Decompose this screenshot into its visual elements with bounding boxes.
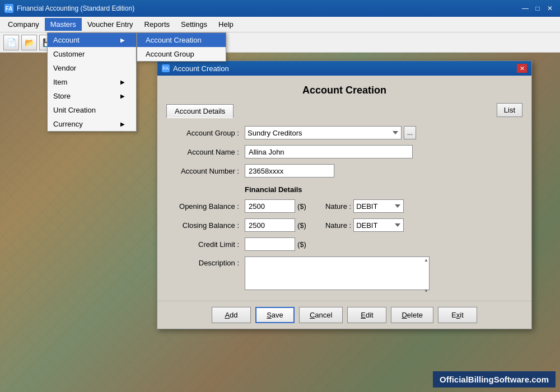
account-details-tab[interactable]: Account Details xyxy=(166,104,234,118)
description-wrapper: ▲ ▼ xyxy=(245,256,430,292)
account-creation-dialog: FA Account Creation ✕ Account Creation A… xyxy=(157,60,532,329)
credit-limit-input[interactable] xyxy=(245,237,295,251)
opening-nature-select[interactable]: DEBIT CREDIT xyxy=(353,199,404,213)
arrow-icon-store: ▶ xyxy=(120,93,125,99)
arrow-icon-currency: ▶ xyxy=(120,121,125,127)
closing-balance-currency: ($) xyxy=(295,221,309,230)
opening-nature-label: Nature : xyxy=(325,202,351,211)
closing-balance-label: Closing Balance : xyxy=(166,221,239,230)
account-submenu: Account Creation Account Group xyxy=(137,32,226,62)
close-button[interactable]: ✕ xyxy=(544,3,556,14)
menu-company[interactable]: Company xyxy=(2,18,45,31)
menu-help[interactable]: Help xyxy=(213,18,239,31)
menu-item-item[interactable]: Item ▶ xyxy=(48,75,136,89)
description-row: Description : ▲ ▼ xyxy=(166,256,522,292)
dialog-title-bar: FA Account Creation ✕ xyxy=(157,61,531,76)
add-button[interactable]: Add xyxy=(212,307,251,323)
maximize-button[interactable]: □ xyxy=(532,3,543,14)
dialog-footer: Add Save Cancel Edit Delete Exit xyxy=(157,301,531,329)
menu-item-unit-creation[interactable]: Unit Creation xyxy=(48,103,136,117)
closing-nature-select[interactable]: DEBIT CREDIT xyxy=(353,218,404,232)
dialog-body: Account Creation Account Details List Ac… xyxy=(157,76,531,301)
financial-details-heading: Financial Details xyxy=(245,185,522,194)
menu-voucher-entry[interactable]: Voucher Entry xyxy=(82,18,139,31)
credit-limit-row: Credit Limit : ($) xyxy=(166,237,522,251)
menu-item-account[interactable]: Account ▶ xyxy=(48,33,136,47)
title-bar: FA Financial Accounting (Standard Editio… xyxy=(0,0,560,17)
dialog-icon: FA xyxy=(162,64,170,72)
account-number-row: Account Number : xyxy=(166,164,522,178)
closing-balance-input[interactable] xyxy=(245,218,295,232)
list-button[interactable]: List xyxy=(497,103,522,117)
minimize-button[interactable]: — xyxy=(520,3,531,14)
opening-balance-label: Opening Balance : xyxy=(166,202,239,211)
masters-dropdown: Account ▶ Customer Vendor Item ▶ Store ▶… xyxy=(47,32,137,132)
app-title: Financial Accounting (Standard Edition) xyxy=(17,4,134,12)
menu-reports[interactable]: Reports xyxy=(139,18,176,31)
opening-balance-input[interactable] xyxy=(245,199,295,213)
app-icon: FA xyxy=(4,4,13,13)
menu-item-customer[interactable]: Customer xyxy=(48,47,136,61)
closing-nature-label: Nature : xyxy=(325,221,351,230)
arrow-icon-item: ▶ xyxy=(120,79,125,85)
description-label: Description : xyxy=(166,256,239,267)
masters-menu: Account ▶ Customer Vendor Item ▶ Store ▶… xyxy=(47,32,137,132)
credit-limit-currency: ($) xyxy=(295,240,309,249)
cancel-button[interactable]: Cancel xyxy=(299,307,343,323)
credit-limit-label: Credit Limit : xyxy=(166,240,239,249)
account-group-label: Account Group : xyxy=(166,129,239,137)
account-name-label: Account Name : xyxy=(166,148,239,156)
arrow-icon: ▶ xyxy=(120,37,125,43)
dialog-close-button[interactable]: ✕ xyxy=(517,64,527,73)
tab-row: Account Details List xyxy=(166,104,522,118)
account-name-input[interactable] xyxy=(245,145,413,158)
account-group-select[interactable]: Sundry Creditors xyxy=(245,126,402,139)
menu-bar: Company Masters Voucher Entry Reports Se… xyxy=(0,17,560,32)
description-textarea[interactable] xyxy=(245,256,430,290)
menu-masters[interactable]: Masters xyxy=(45,18,82,31)
account-group-row: Account Group : Sundry Creditors ... xyxy=(166,126,522,139)
save-button[interactable]: Save xyxy=(255,307,295,323)
toolbar-open[interactable]: 📂 xyxy=(21,35,37,50)
submenu-account-creation[interactable]: Account Creation xyxy=(137,33,226,47)
closing-balance-row: Closing Balance : ($) Nature : DEBIT CRE… xyxy=(166,218,522,232)
account-number-input[interactable] xyxy=(245,164,334,178)
dialog-heading: Account Creation xyxy=(166,85,522,96)
toolbar-new[interactable]: 📄 xyxy=(3,35,19,50)
account-group-ellipsis-button[interactable]: ... xyxy=(404,126,416,139)
exit-button[interactable]: Exit xyxy=(438,307,477,323)
submenu-account-group[interactable]: Account Group xyxy=(137,47,226,61)
opening-balance-currency: ($) xyxy=(295,202,309,211)
menu-item-vendor[interactable]: Vendor xyxy=(48,61,136,75)
account-name-row: Account Name : xyxy=(166,145,522,158)
menu-item-store[interactable]: Store ▶ xyxy=(48,89,136,103)
watermark: OfficialBillingSoftware.com xyxy=(433,371,556,388)
account-group-select-wrapper: Sundry Creditors ... xyxy=(245,126,416,139)
opening-balance-row: Opening Balance : ($) Nature : DEBIT CRE… xyxy=(166,199,522,213)
menu-settings[interactable]: Settings xyxy=(175,18,213,31)
dialog-title: Account Creation xyxy=(173,64,229,73)
delete-button[interactable]: Delete xyxy=(391,307,433,323)
edit-button[interactable]: Edit xyxy=(347,307,386,323)
scrollbar[interactable]: ▲ ▼ xyxy=(424,258,428,293)
menu-item-currency[interactable]: Currency ▶ xyxy=(48,117,136,131)
account-number-label: Account Number : xyxy=(166,167,239,175)
